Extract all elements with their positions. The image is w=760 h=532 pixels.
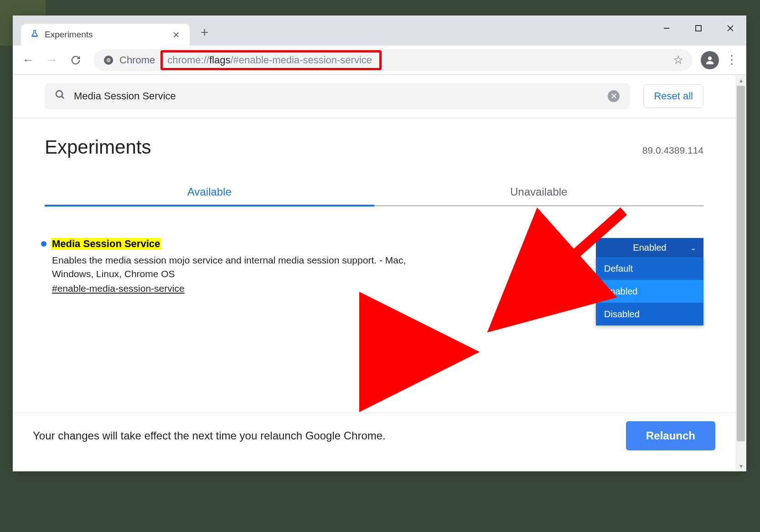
- new-tab-button[interactable]: +: [201, 25, 209, 40]
- svg-line-9: [62, 96, 64, 98]
- url-path: /#enable-media-session-service: [230, 54, 372, 66]
- option-enabled[interactable]: Enabled: [596, 280, 703, 303]
- svg-point-7: [708, 57, 712, 60]
- reset-all-button[interactable]: Reset all: [643, 84, 703, 108]
- chevron-down-icon: ⌄: [690, 243, 696, 252]
- close-tab-icon[interactable]: ×: [170, 28, 182, 42]
- title-bar: Experiments × +: [13, 15, 746, 46]
- chrome-icon: [103, 55, 114, 66]
- relaunch-bar: Your changes will take effect the next t…: [13, 413, 735, 459]
- forward-button[interactable]: →: [42, 50, 62, 70]
- flags-search-input[interactable]: [74, 90, 600, 102]
- url-scheme: chrome://: [167, 54, 209, 66]
- flag-status-select[interactable]: Enabled ⌄: [596, 238, 703, 257]
- scroll-thumb[interactable]: [737, 86, 745, 441]
- back-button[interactable]: ←: [18, 50, 38, 70]
- flag-select-value: Enabled: [633, 243, 666, 253]
- menu-button[interactable]: ⋮: [723, 53, 741, 67]
- window-controls: [651, 15, 746, 41]
- flag-anchor-link[interactable]: #enable-media-session-service: [52, 283, 185, 294]
- url-highlight-annotation: chrome://flags/#enable-media-session-ser…: [160, 50, 382, 70]
- page-content: ✕ Reset all Experiments 89.0.4389.114 Av…: [13, 75, 746, 471]
- url-product-label: Chrome: [119, 54, 155, 66]
- close-window-button[interactable]: [714, 15, 746, 41]
- vertical-scrollbar[interactable]: ▴ ▾: [735, 75, 746, 471]
- browser-tab[interactable]: Experiments ×: [21, 24, 190, 46]
- maximize-button[interactable]: [682, 15, 714, 41]
- bookmark-star-icon[interactable]: ☆: [673, 53, 683, 67]
- option-default[interactable]: Default: [596, 257, 703, 280]
- modified-indicator-dot: [41, 241, 47, 247]
- svg-point-6: [107, 58, 110, 61]
- flag-select-dropdown: Default Enabled Disabled: [596, 257, 703, 325]
- flask-icon: [30, 29, 39, 40]
- scroll-up-icon[interactable]: ▴: [735, 75, 746, 86]
- scroll-down-icon[interactable]: ▾: [735, 460, 746, 471]
- flags-tabs: Available Unavailable: [45, 186, 703, 206]
- flag-entry: Media Session Service Enables the media …: [13, 206, 735, 308]
- option-disabled[interactable]: Disabled: [596, 303, 703, 325]
- svg-point-8: [56, 91, 62, 97]
- profile-avatar[interactable]: [701, 51, 719, 69]
- minimize-button[interactable]: [651, 15, 682, 41]
- page-title: Experiments: [45, 136, 151, 158]
- address-bar[interactable]: Chrome chrome://flags/#enable-media-sess…: [94, 49, 693, 71]
- url-host: flags: [209, 54, 230, 66]
- clear-search-icon[interactable]: ✕: [608, 90, 620, 102]
- reload-button[interactable]: [66, 50, 86, 70]
- svg-rect-1: [696, 26, 701, 31]
- toolbar: ← → Chrome chrome://flags/#enable-media-…: [13, 46, 746, 75]
- search-icon: [55, 89, 66, 103]
- relaunch-button[interactable]: Relaunch: [626, 421, 715, 450]
- chrome-version: 89.0.4389.114: [642, 145, 703, 156]
- browser-window: Experiments × + ← → Chrome chrome://flag…: [13, 15, 746, 471]
- flags-search-box[interactable]: ✕: [45, 83, 630, 109]
- tab-unavailable[interactable]: Unavailable: [374, 186, 704, 206]
- flag-title: Media Session Service: [51, 238, 161, 250]
- relaunch-message: Your changes will take effect the next t…: [33, 429, 386, 442]
- tab-title: Experiments: [45, 30, 165, 40]
- tab-available[interactable]: Available: [45, 186, 374, 206]
- flag-description: Enables the media session mojo service a…: [52, 253, 408, 281]
